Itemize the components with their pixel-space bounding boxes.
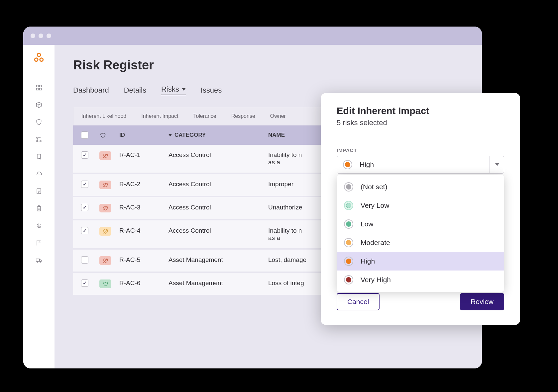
row-checkbox[interactable] — [81, 181, 88, 188]
risk-category: Access Control — [168, 151, 268, 159]
chevron-down-icon — [182, 88, 186, 91]
edit-impact-modal: Edit Inherent Impact 5 risks selected IM… — [321, 93, 520, 325]
chevron-down-icon — [490, 156, 504, 174]
impact-option-label: High — [361, 257, 375, 265]
impact-option[interactable]: Low — [337, 215, 504, 233]
dot-icon — [344, 182, 353, 192]
page-title: Risk Register — [73, 58, 482, 72]
signpost-icon[interactable] — [35, 222, 43, 229]
modal-subtitle: 5 risks selected — [337, 118, 504, 134]
dot-icon — [344, 275, 353, 284]
risk-id: R-AC-4 — [119, 227, 168, 234]
risk-id: R-AC-5 — [119, 256, 168, 264]
risk-category: Asset Management — [168, 256, 268, 264]
impact-selected-value: High — [360, 161, 374, 169]
modal-title: Edit Inherent Impact — [337, 106, 504, 117]
network-icon[interactable] — [35, 136, 43, 143]
svg-point-8 — [40, 140, 41, 142]
svg-point-2 — [40, 58, 43, 61]
row-checkbox[interactable] — [81, 279, 88, 287]
impact-option-label: Moderate — [361, 239, 390, 247]
truck-icon[interactable] — [35, 257, 43, 264]
svg-rect-13 — [36, 259, 40, 262]
filter-response[interactable]: Response — [231, 113, 255, 119]
shield-icon[interactable] — [35, 118, 43, 126]
impact-option[interactable]: (Not set) — [337, 178, 504, 196]
col-category-label: CATEGORY — [174, 132, 206, 138]
svg-point-9 — [37, 140, 38, 142]
review-button[interactable]: Review — [460, 293, 504, 310]
risk-category: Access Control — [168, 227, 268, 234]
cube-icon[interactable] — [35, 101, 43, 109]
impact-option-label: (Not set) — [361, 183, 388, 191]
svg-rect-3 — [37, 85, 39, 87]
tab-issues[interactable]: Issues — [201, 85, 222, 95]
risk-health-badge — [99, 204, 111, 212]
risk-category: Asset Management — [168, 279, 268, 287]
impact-option-label: Very High — [361, 276, 391, 284]
impact-option[interactable]: Moderate — [337, 233, 504, 252]
impact-label: IMPACT — [337, 147, 504, 153]
bookmark-icon[interactable] — [35, 153, 43, 160]
risk-category: Access Control — [168, 181, 268, 188]
risk-health-badge — [99, 256, 111, 265]
dot-icon — [344, 257, 353, 266]
filter-impact[interactable]: Inherent Impact — [141, 113, 178, 119]
dashboard-icon[interactable] — [35, 84, 43, 91]
risk-id: R-AC-2 — [119, 181, 168, 188]
risk-id: R-AC-6 — [119, 279, 168, 287]
impact-option-label: Very Low — [361, 201, 389, 209]
impact-dropdown: (Not set) Very Low Low Moderate High Ver… — [337, 175, 504, 292]
col-id[interactable]: ID — [119, 132, 168, 138]
tab-risks[interactable]: Risks — [161, 85, 186, 95]
impact-option[interactable]: Very Low — [337, 196, 504, 215]
sidebar — [23, 45, 55, 368]
svg-point-1 — [35, 58, 38, 61]
row-checkbox[interactable] — [81, 256, 88, 264]
flag-icon[interactable] — [35, 239, 43, 247]
window-dot — [31, 34, 35, 38]
svg-rect-4 — [40, 85, 42, 87]
row-checkbox[interactable] — [81, 151, 88, 159]
cloud-icon[interactable] — [35, 170, 43, 178]
row-checkbox[interactable] — [81, 227, 88, 234]
risk-health-badge — [99, 181, 111, 189]
clipboard-icon[interactable] — [35, 205, 43, 212]
svg-point-7 — [37, 137, 38, 138]
tab-risks-label: Risks — [161, 85, 179, 94]
risk-health-badge — [99, 151, 111, 160]
risk-id: R-AC-1 — [119, 151, 168, 159]
risk-health-badge — [99, 227, 111, 236]
risk-health-badge — [99, 279, 111, 288]
dot-icon — [344, 201, 353, 210]
svg-rect-5 — [37, 88, 39, 90]
svg-rect-6 — [40, 88, 42, 90]
filter-owner[interactable]: Owner — [270, 113, 286, 119]
tab-details[interactable]: Details — [124, 85, 146, 95]
titlebar — [23, 27, 482, 45]
dot-icon — [344, 219, 353, 229]
col-category[interactable]: CATEGORY — [168, 132, 268, 138]
filter-tolerance[interactable]: Tolerance — [193, 113, 216, 119]
document-icon[interactable] — [35, 188, 43, 195]
dot-icon — [343, 160, 352, 169]
svg-point-15 — [40, 262, 41, 263]
dot-icon — [344, 238, 353, 247]
impact-select[interactable]: High — [337, 156, 504, 174]
tab-dashboard[interactable]: Dashboard — [73, 85, 109, 95]
filter-likelihood[interactable]: Inherent Likelihood — [81, 113, 126, 119]
select-all-checkbox[interactable] — [81, 131, 88, 139]
sort-caret-icon — [168, 134, 172, 136]
impact-option-label: Low — [361, 220, 374, 228]
impact-option[interactable]: Very High — [337, 271, 504, 289]
svg-point-0 — [37, 53, 41, 57]
cancel-button[interactable]: Cancel — [337, 293, 380, 310]
window-dot — [39, 34, 43, 38]
impact-option[interactable]: High — [337, 252, 504, 271]
heart-icon — [99, 132, 106, 138]
window-dot — [47, 34, 51, 38]
row-checkbox[interactable] — [81, 204, 88, 211]
logo-icon — [33, 52, 45, 65]
risk-category: Access Control — [168, 204, 268, 211]
svg-point-14 — [37, 262, 38, 263]
